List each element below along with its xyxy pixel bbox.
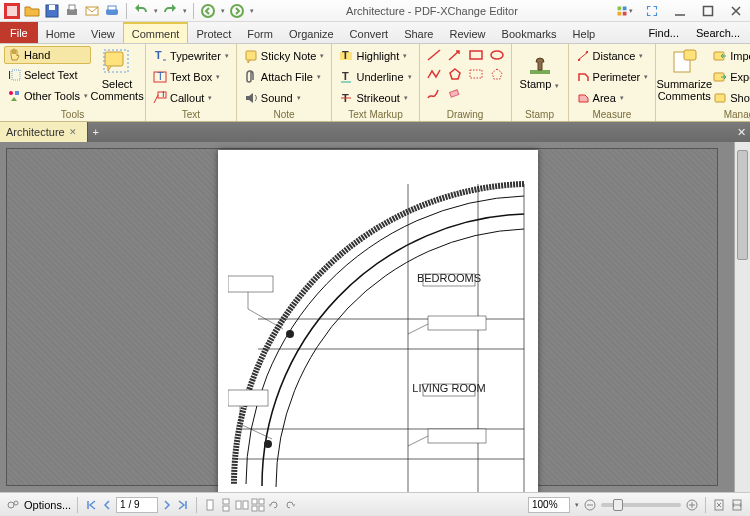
separator bbox=[193, 3, 194, 19]
callout-tool[interactable]: TCallout▾ bbox=[150, 88, 232, 108]
shape-line[interactable] bbox=[424, 46, 444, 64]
page-field[interactable] bbox=[116, 497, 158, 513]
zoom-slider[interactable] bbox=[601, 503, 681, 507]
other-tools[interactable]: Other Tools▾ bbox=[4, 86, 91, 106]
shape-polyline[interactable] bbox=[424, 65, 444, 83]
rotate-cw-icon[interactable] bbox=[283, 498, 297, 512]
summarize-button[interactable]: Summarize Comments bbox=[660, 46, 708, 104]
prev-page-icon[interactable] bbox=[100, 498, 114, 512]
options-gear-icon[interactable] bbox=[6, 498, 20, 512]
shape-rect[interactable] bbox=[466, 46, 486, 64]
tab-share[interactable]: Share bbox=[396, 22, 441, 43]
group-text: TTypewriter▾ TText Box▾ TCallout▾ Text bbox=[146, 44, 237, 121]
tab-comment[interactable]: Comment bbox=[123, 22, 189, 43]
select-text-tool[interactable]: ISelect Text bbox=[4, 65, 91, 85]
maximize-button[interactable] bbox=[694, 0, 722, 22]
svg-rect-14 bbox=[704, 6, 713, 15]
svg-rect-77 bbox=[223, 499, 229, 504]
nav-back-icon[interactable] bbox=[200, 3, 216, 19]
select-comments-tool[interactable]: Select Comments bbox=[93, 46, 141, 104]
close-button[interactable] bbox=[722, 0, 750, 22]
rotate-ccw-icon[interactable] bbox=[267, 498, 281, 512]
fit-page-icon[interactable] bbox=[712, 498, 726, 512]
zoom-knob[interactable] bbox=[613, 499, 623, 511]
options-button[interactable]: Options... bbox=[24, 499, 71, 511]
tab-bookmarks[interactable]: Bookmarks bbox=[494, 22, 565, 43]
highlight-tool[interactable]: THighlight▾ bbox=[336, 46, 414, 66]
layout-facing-icon[interactable] bbox=[235, 498, 249, 512]
undo-icon[interactable] bbox=[133, 3, 149, 19]
shape-cloud-poly[interactable] bbox=[487, 65, 507, 83]
attach-file-tool[interactable]: Attach File▾ bbox=[241, 67, 328, 87]
first-page-icon[interactable] bbox=[84, 498, 98, 512]
tab-close-icon[interactable]: ✕ bbox=[69, 127, 77, 137]
sound-tool[interactable]: Sound▾ bbox=[241, 88, 328, 108]
perimeter-tool[interactable]: Perimeter▾ bbox=[573, 67, 652, 87]
hand-tool[interactable]: Hand bbox=[4, 46, 91, 64]
stamp-tool[interactable]: Stamp ▾ bbox=[516, 46, 564, 92]
tab-view[interactable]: View bbox=[83, 22, 123, 43]
fit-width-icon[interactable] bbox=[730, 498, 744, 512]
next-page-icon[interactable] bbox=[160, 498, 174, 512]
document-area[interactable]: BEDROOMS LIVING ROOM BASEMENT bbox=[0, 142, 734, 492]
close-all-button[interactable]: ✕ bbox=[732, 122, 750, 142]
save-icon[interactable] bbox=[44, 3, 60, 19]
typewriter-tool[interactable]: TTypewriter▾ bbox=[150, 46, 232, 66]
tab-home[interactable]: Home bbox=[38, 22, 83, 43]
drawing-content: BEDROOMS LIVING ROOM BASEMENT bbox=[228, 174, 528, 492]
nav-forward-icon[interactable] bbox=[229, 3, 245, 19]
tab-help[interactable]: Help bbox=[565, 22, 604, 43]
svg-rect-11 bbox=[622, 6, 626, 10]
mail-icon[interactable] bbox=[84, 3, 100, 19]
back-dropdown[interactable]: ▾ bbox=[221, 7, 225, 15]
export-button[interactable]: Export bbox=[710, 67, 750, 87]
file-menu[interactable]: File bbox=[0, 22, 38, 43]
show-button[interactable]: Show▾ bbox=[710, 88, 750, 108]
redo-dropdown[interactable]: ▾ bbox=[183, 7, 187, 15]
last-page-icon[interactable] bbox=[176, 498, 190, 512]
undo-dropdown[interactable]: ▾ bbox=[154, 7, 158, 15]
print-icon[interactable] bbox=[64, 3, 80, 19]
find-button[interactable]: Find... bbox=[641, 27, 683, 39]
shape-oval[interactable] bbox=[487, 46, 507, 64]
textbox-tool[interactable]: TText Box▾ bbox=[150, 67, 232, 87]
zoom-out-icon[interactable] bbox=[583, 498, 597, 512]
shape-arrow[interactable] bbox=[445, 46, 465, 64]
doc-tab[interactable]: Architecture✕ bbox=[0, 122, 88, 142]
svg-rect-82 bbox=[259, 499, 264, 504]
layout-cont-icon[interactable] bbox=[219, 498, 233, 512]
zoom-in-icon[interactable] bbox=[685, 498, 699, 512]
minimize-button[interactable] bbox=[666, 0, 694, 22]
vertical-scrollbar[interactable] bbox=[734, 142, 750, 492]
tab-convert[interactable]: Convert bbox=[342, 22, 397, 43]
scroll-thumb[interactable] bbox=[737, 150, 748, 260]
layout-single-icon[interactable] bbox=[203, 498, 217, 512]
redo-icon[interactable] bbox=[162, 3, 178, 19]
shape-pencil[interactable] bbox=[424, 84, 444, 102]
open-icon[interactable] bbox=[24, 3, 40, 19]
tab-form[interactable]: Form bbox=[239, 22, 281, 43]
distance-tool[interactable]: Distance▾ bbox=[573, 46, 652, 66]
ui-options-icon[interactable]: ▾ bbox=[610, 0, 638, 22]
zoom-dropdown[interactable]: ▾ bbox=[575, 501, 579, 509]
menubar: File Home View Comment Protect Form Orga… bbox=[0, 22, 750, 44]
shape-polygon[interactable] bbox=[445, 65, 465, 83]
tab-organize[interactable]: Organize bbox=[281, 22, 342, 43]
layout-facing-cont-icon[interactable] bbox=[251, 498, 265, 512]
svg-rect-10 bbox=[617, 6, 621, 10]
search-button[interactable]: Search... bbox=[689, 27, 744, 39]
tab-protect[interactable]: Protect bbox=[188, 22, 239, 43]
shape-eraser[interactable] bbox=[445, 84, 465, 102]
underline-tool[interactable]: TUnderline▾ bbox=[336, 67, 414, 87]
fullscreen-icon[interactable] bbox=[638, 0, 666, 22]
scan-icon[interactable] bbox=[104, 3, 120, 19]
new-tab-button[interactable]: + bbox=[88, 122, 104, 142]
strikeout-tool[interactable]: TStrikeout▾ bbox=[336, 88, 414, 108]
tab-review[interactable]: Review bbox=[441, 22, 493, 43]
shape-cloud-rect[interactable] bbox=[466, 65, 486, 83]
svg-rect-31 bbox=[246, 51, 256, 60]
sticky-note-tool[interactable]: Sticky Note▾ bbox=[241, 46, 328, 66]
zoom-field[interactable] bbox=[528, 497, 570, 513]
area-tool[interactable]: Area▾ bbox=[573, 88, 652, 108]
import-button[interactable]: Import bbox=[710, 46, 750, 66]
